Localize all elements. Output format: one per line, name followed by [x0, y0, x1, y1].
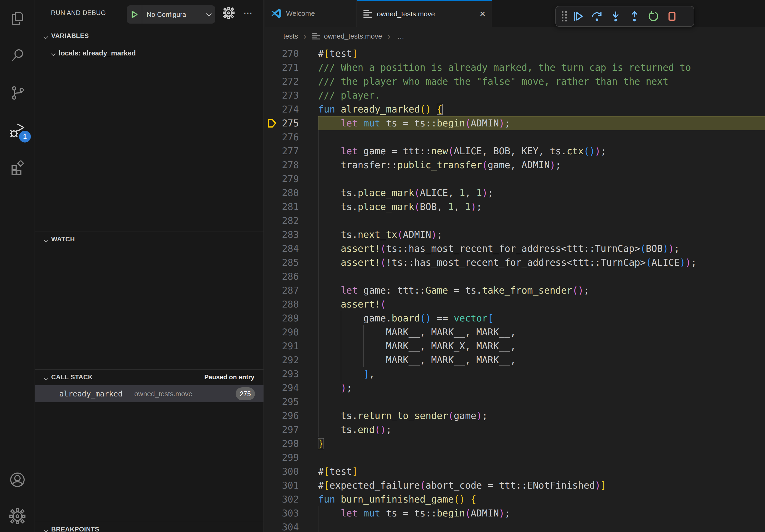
code-line[interactable]: 278 transfer::public_transfer(game, ADMI… [265, 158, 765, 172]
variables-section-header[interactable]: VARIABLES [35, 29, 264, 43]
line-number[interactable]: 276 [282, 130, 299, 144]
code-line[interactable]: 298} [265, 437, 765, 450]
code-line[interactable]: 286 [265, 269, 765, 283]
code-line[interactable]: 276 [265, 130, 765, 144]
code-line[interactable]: 277 let game = ttt::new(ALICE, BOB, KEY,… [265, 144, 765, 158]
watch-section-header[interactable]: WATCH [35, 232, 264, 246]
line-number[interactable]: 278 [282, 158, 299, 172]
code-line[interactable]: 283 ts.next_tx(ADMIN); [265, 228, 765, 242]
tab-owned-tests-move[interactable]: owned_tests.move ✕ [357, 0, 492, 27]
glyph-margin[interactable] [265, 61, 282, 75]
code-line[interactable]: 292 MARK__, MARK__, MARK__, [265, 353, 765, 367]
line-number[interactable]: 295 [282, 395, 299, 409]
glyph-margin[interactable] [265, 381, 282, 395]
line-number[interactable]: 283 [282, 228, 299, 242]
line-number[interactable]: 291 [282, 339, 299, 353]
glyph-margin[interactable] [265, 450, 282, 464]
glyph-margin[interactable] [265, 214, 282, 228]
code-line[interactable]: 303 let mut ts = ts::begin(ADMIN); [265, 506, 765, 520]
line-number[interactable]: 275 [282, 116, 299, 130]
breadcrumb-item-tests[interactable]: tests [283, 32, 298, 40]
debug-settings-gear-icon[interactable] [220, 0, 237, 26]
glyph-margin[interactable] [265, 158, 282, 172]
glyph-margin[interactable] [265, 464, 282, 478]
code-line[interactable]: 301#[expected_failure(abort_code = ttt::… [265, 478, 765, 492]
code-line[interactable]: 275 let mut ts = ts::begin(ADMIN); [265, 116, 765, 130]
glyph-margin[interactable] [265, 437, 282, 450]
line-number[interactable]: 270 [282, 47, 299, 61]
line-number[interactable]: 282 [282, 214, 299, 228]
code-line[interactable]: 297 ts.end(); [265, 423, 765, 437]
line-number[interactable]: 284 [282, 242, 299, 256]
line-number[interactable]: 297 [282, 423, 299, 437]
code-line[interactable]: 271/// When a position is already marked… [265, 61, 765, 75]
code-line[interactable]: 280 ts.place_mark(ALICE, 1, 1); [265, 186, 765, 200]
search-icon[interactable] [0, 41, 35, 70]
code-line[interactable]: 282 [265, 214, 765, 228]
line-number[interactable]: 298 [282, 437, 299, 450]
glyph-margin[interactable] [265, 102, 282, 116]
glyph-margin[interactable] [265, 228, 282, 242]
glyph-margin[interactable] [265, 395, 282, 409]
glyph-margin[interactable] [265, 520, 282, 532]
code-line[interactable]: 273/// player. [265, 89, 765, 102]
call-stack-section-header[interactable]: CALL STACK Paused on entry [35, 370, 264, 384]
code-line[interactable]: 281 ts.place_mark(BOB, 1, 1); [265, 200, 765, 214]
line-number[interactable]: 294 [282, 381, 299, 395]
stack-frame-row[interactable]: already_marked owned_tests.move 275 [35, 385, 264, 402]
more-actions-icon[interactable]: ⋯ [239, 0, 257, 26]
glyph-margin[interactable] [265, 409, 282, 423]
glyph-margin[interactable] [265, 269, 282, 283]
restart-button[interactable] [644, 7, 663, 26]
breakpoints-section-header[interactable]: BREAKPOINTS [35, 522, 264, 532]
line-number[interactable]: 299 [282, 450, 299, 464]
glyph-margin[interactable] [265, 492, 282, 506]
line-number[interactable]: 296 [282, 409, 299, 423]
breadcrumb-item-file[interactable]: owned_tests.move [324, 32, 382, 40]
run-and-debug-icon[interactable]: 1 [0, 116, 35, 145]
glyph-margin[interactable] [265, 506, 282, 520]
locals-tree-item[interactable]: locals: already_marked [35, 46, 264, 60]
close-icon[interactable]: ✕ [479, 10, 486, 19]
step-over-button[interactable] [587, 7, 606, 26]
glyph-margin[interactable] [265, 186, 282, 200]
launch-configuration-dropdown[interactable]: No Configura [127, 5, 215, 24]
glyph-margin[interactable] [265, 339, 282, 353]
code-line[interactable]: 285 assert!(!ts::has_most_recent_for_add… [265, 256, 765, 269]
explorer-icon[interactable] [0, 4, 35, 33]
code-line[interactable]: 290 MARK__, MARK__, MARK__, [265, 325, 765, 339]
glyph-margin[interactable] [265, 353, 282, 367]
code-line[interactable]: 302fun burn_unfinished_game() { [265, 492, 765, 506]
account-icon[interactable] [0, 465, 35, 494]
glyph-margin[interactable] [265, 325, 282, 339]
drag-handle-icon[interactable] [560, 7, 569, 26]
breadcrumb-item-more[interactable]: … [397, 32, 404, 40]
line-number[interactable]: 292 [282, 353, 299, 367]
code-line[interactable]: 304 [265, 520, 765, 532]
glyph-margin[interactable] [265, 297, 282, 311]
line-number[interactable]: 279 [282, 172, 299, 186]
line-number[interactable]: 287 [282, 283, 299, 297]
glyph-margin[interactable] [265, 423, 282, 437]
glyph-margin[interactable] [265, 144, 282, 158]
settings-gear-icon[interactable] [0, 501, 35, 531]
glyph-margin[interactable] [265, 130, 282, 144]
line-number[interactable]: 293 [282, 367, 299, 381]
code-line[interactable]: 284 assert!(ts::has_most_recent_for_addr… [265, 242, 765, 256]
line-number[interactable]: 302 [282, 492, 299, 506]
debug-current-line-pointer-icon[interactable] [265, 116, 282, 130]
code-line[interactable]: 288 assert!( [265, 297, 765, 311]
code-line[interactable]: 293 ], [265, 367, 765, 381]
glyph-margin[interactable] [265, 478, 282, 492]
code-line[interactable]: 287 let game: ttt::Game = ts.take_from_s… [265, 283, 765, 297]
line-number[interactable]: 289 [282, 311, 299, 325]
glyph-margin[interactable] [265, 47, 282, 61]
line-number[interactable]: 277 [282, 144, 299, 158]
line-number[interactable]: 301 [282, 478, 299, 492]
code-line[interactable]: 274fun already_marked() { [265, 102, 765, 116]
code-line[interactable]: 289 game.board() == vector[ [265, 311, 765, 325]
line-number[interactable]: 286 [282, 269, 299, 283]
glyph-margin[interactable] [265, 311, 282, 325]
code-line[interactable]: 296 ts.return_to_sender(game); [265, 409, 765, 423]
glyph-margin[interactable] [265, 242, 282, 256]
